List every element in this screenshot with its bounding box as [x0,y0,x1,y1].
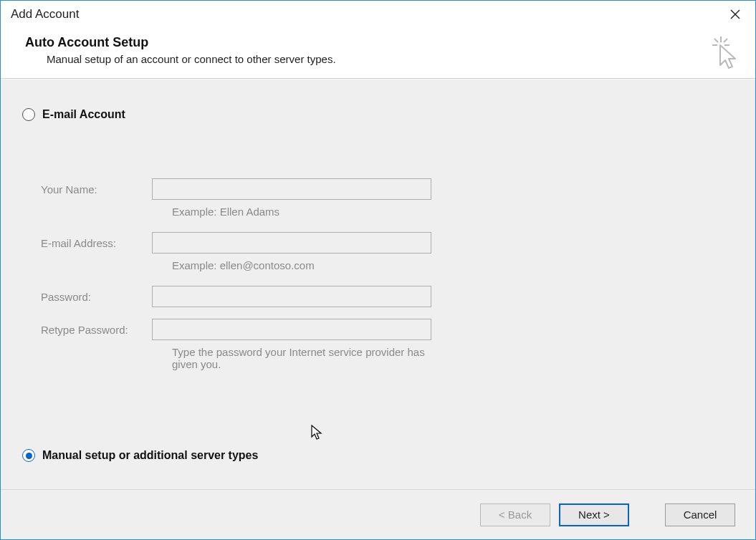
dialog-body: E-mail Account Your Name: Example: Ellen… [1,79,755,489]
option-manual-setup[interactable]: Manual setup or additional server types [22,449,258,462]
radio-manual-setup[interactable] [22,449,35,462]
svg-line-6 [724,39,727,42]
input-retype-password [152,319,431,340]
header-subtitle: Manual setup of an account or connect to… [47,53,734,65]
email-account-form: Your Name: Example: Ellen Adams E-mail A… [41,178,734,373]
header-title: Auto Account Setup [25,35,734,50]
click-cursor-icon [708,35,742,69]
hint-password: Type the password your Internet service … [152,344,431,373]
radio-label-manual-setup: Manual setup or additional server types [42,449,258,462]
dialog-footer: < Back Next > Cancel [1,489,755,539]
dialog-header: Auto Account Setup Manual setup of an ac… [1,28,755,79]
svg-line-5 [714,39,718,42]
input-password [152,286,431,307]
radio-label-email-account: E-mail Account [42,108,125,121]
titlebar: Add Account [1,1,755,28]
hint-your-name: Example: Ellen Adams [152,204,431,228]
hint-email-address: Example: ellen@contoso.com [152,258,431,281]
label-retype-password: Retype Password: [41,324,152,336]
mouse-cursor-icon [310,425,323,440]
close-button[interactable] [721,4,750,25]
input-your-name [152,178,431,200]
label-password: Password: [41,291,152,303]
option-email-account[interactable]: E-mail Account [22,108,734,121]
window-title: Add Account [11,7,79,21]
close-icon [730,9,740,19]
add-account-dialog: Add Account Auto Account Setup Manual se… [0,0,756,540]
radio-email-account[interactable] [22,108,35,121]
label-your-name: Your Name: [41,183,152,196]
next-button[interactable]: Next > [559,503,629,526]
label-email-address: E-mail Address: [41,237,152,249]
input-email-address [152,232,431,254]
cancel-button[interactable]: Cancel [665,503,735,526]
back-button: < Back [480,503,550,526]
